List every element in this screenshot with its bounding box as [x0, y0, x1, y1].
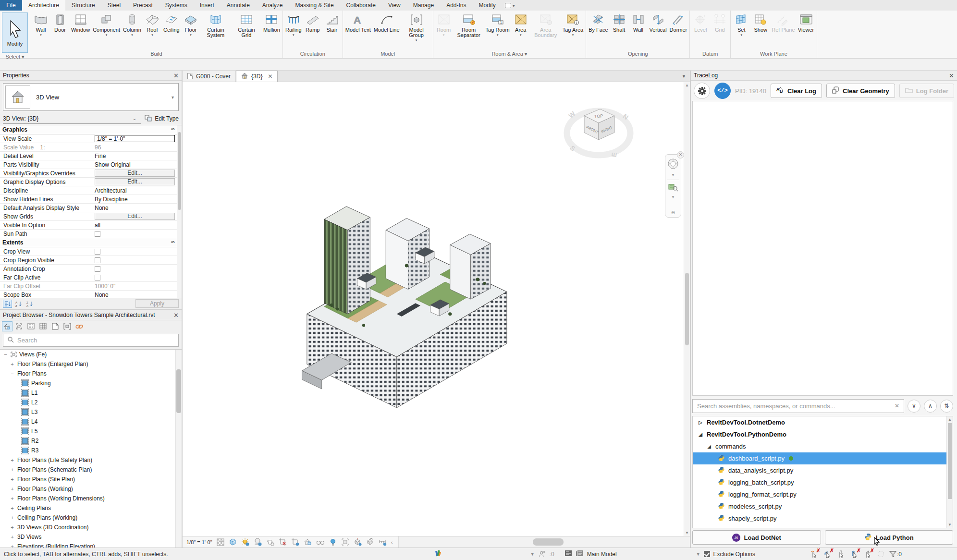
- temporary-properties-icon[interactable]: [329, 538, 337, 547]
- view-scale-input[interactable]: 1/8" = 1'-0": [95, 135, 175, 142]
- sort-az-icon[interactable]: AZ: [14, 300, 23, 308]
- canvas-hscrollbar[interactable]: [398, 536, 690, 548]
- group-label-model[interactable]: Model: [344, 50, 432, 58]
- file-tab[interactable]: File: [0, 0, 22, 11]
- modify-button[interactable]: Modify: [2, 12, 28, 53]
- tree-item[interactable]: −Floor Plans: [0, 369, 182, 378]
- tool-set[interactable]: Set▾: [732, 12, 751, 37]
- property-row[interactable]: View Scale1/8" = 1'-0": [0, 134, 182, 143]
- property-row[interactable]: Scope BoxNone: [0, 291, 182, 298]
- tab-insert[interactable]: Insert: [194, 0, 221, 11]
- close-view-icon[interactable]: ✕: [268, 73, 272, 80]
- tree-item[interactable]: +Floor Plans (Life Safety Plan): [0, 455, 182, 465]
- clear-geometry-button[interactable]: Clear Geometry: [826, 84, 895, 98]
- show-grids-edit-button[interactable]: Edit...: [95, 213, 175, 220]
- property-row[interactable]: Show GridsEdit...: [0, 212, 182, 221]
- tree-item[interactable]: +3D Views (3D Coordination): [0, 523, 182, 532]
- tool-railing[interactable]: Railing▾: [284, 12, 303, 37]
- main-model-label[interactable]: Main Model: [587, 551, 617, 558]
- prev-match-button[interactable]: ∧: [924, 400, 937, 413]
- canvas-vscrollbar[interactable]: ▲ ▼: [684, 82, 690, 536]
- view-tab-3d[interactable]: {3D} ✕: [236, 71, 278, 82]
- navbar-close-icon[interactable]: ✕: [677, 151, 684, 158]
- browser-search-input[interactable]: [17, 337, 174, 344]
- script-item[interactable]: logging_batch_script.py: [693, 476, 953, 488]
- tree-node-commands[interactable]: ◢commands: [693, 440, 953, 452]
- tool-curtain-system[interactable]: Curtain System: [200, 12, 231, 38]
- load-dotnet-button[interactable]: .N Load DotNet: [692, 530, 821, 545]
- select-by-face-icon[interactable]: ✗: [851, 550, 859, 558]
- tracelog-search[interactable]: ✕: [692, 399, 904, 413]
- group-label-opening[interactable]: Opening: [587, 50, 688, 58]
- canvas-vscroll-thumb[interactable]: [685, 273, 689, 345]
- tool-mullion[interactable]: Mullion: [262, 12, 282, 33]
- tool-tag-room[interactable]: 1 Tag Room▾: [484, 12, 511, 37]
- canvas-hscroll-thumb[interactable]: [533, 538, 564, 546]
- select-links-icon[interactable]: ✗: [810, 550, 819, 558]
- tree-item-plan[interactable]: R3: [0, 446, 182, 455]
- controls-collapse-icon[interactable]: ‹: [391, 539, 393, 545]
- search-clear-icon[interactable]: ✕: [895, 402, 899, 409]
- tab-massing-site[interactable]: Massing & Site: [289, 0, 340, 11]
- property-row[interactable]: DisciplineArchitectural: [0, 186, 182, 195]
- options-chevron-icon[interactable]: ▼: [696, 552, 700, 557]
- tree-item[interactable]: +3D Views: [0, 532, 182, 542]
- tool-model-line[interactable]: Model Line: [372, 12, 401, 33]
- graphic-display-edit-button[interactable]: Edit...: [95, 178, 175, 185]
- design-options-icon[interactable]: [576, 550, 584, 558]
- tree-item[interactable]: +Floor Plans (Site Plan): [0, 475, 182, 484]
- sort-default-icon[interactable]: [3, 300, 12, 308]
- tree-node-dotnet[interactable]: ▷RevitDevTool.DotnetDemo: [693, 416, 953, 428]
- tracelog-close-icon[interactable]: ✕: [949, 72, 954, 79]
- viewcube[interactable]: W N S E TOP FRONT RIGHT: [563, 101, 635, 163]
- code-console-button[interactable]: </>: [714, 83, 731, 99]
- view-tab-list-icon[interactable]: ▼: [682, 71, 690, 82]
- property-row[interactable]: Detail LevelFine: [0, 152, 182, 160]
- tree-item[interactable]: +Floor Plans (Enlarged Plan): [0, 359, 182, 369]
- browser-views-icon[interactable]: [14, 321, 25, 331]
- next-match-button[interactable]: ∨: [908, 400, 920, 413]
- tree-node-python[interactable]: ◢RevitDevTool.PythonDemo: [693, 428, 953, 440]
- tab-systems[interactable]: Systems: [159, 0, 194, 11]
- section-graphics[interactable]: Graphics^^: [0, 125, 182, 134]
- tracelog-search-input[interactable]: [697, 402, 892, 410]
- tab-addins[interactable]: Add-Ins: [440, 0, 472, 11]
- script-item[interactable]: data_analysis_script.py: [693, 464, 953, 476]
- tree-scrollbar[interactable]: ▲▼: [946, 416, 953, 528]
- displaced-elements-icon[interactable]: [354, 538, 362, 547]
- tool-column[interactable]: Column▾: [122, 12, 143, 37]
- crop-region-icon[interactable]: [291, 538, 300, 547]
- tool-vertical-opening[interactable]: Vertical: [648, 12, 668, 33]
- property-row[interactable]: Sun Path: [0, 230, 182, 238]
- navbar-chevron-icon[interactable]: ▼: [671, 173, 675, 177]
- group-label-circulation[interactable]: Circulation: [284, 50, 342, 58]
- tree-item[interactable]: +Ceiling Plans (Working): [0, 513, 182, 523]
- tree-item[interactable]: +Floor Plans (Schematic Plan): [0, 465, 182, 475]
- tab-annotate[interactable]: Annotate: [221, 0, 256, 11]
- zoom-chevron-icon[interactable]: ▼: [671, 195, 675, 199]
- crop-region-checkbox[interactable]: [95, 257, 100, 263]
- rotate-view-icon[interactable]: [366, 538, 375, 547]
- tree-item-plan[interactable]: L2: [0, 398, 182, 407]
- properties-close-icon[interactable]: ✕: [173, 72, 179, 79]
- ribbon-display-toggle[interactable]: ▾: [505, 0, 515, 11]
- tool-tag-area[interactable]: 1 Tag Area▾: [561, 12, 585, 37]
- script-item-selected[interactable]: dashboard_script.py: [693, 452, 953, 464]
- tool-component[interactable]: Component▾: [91, 12, 122, 37]
- crop-view-icon[interactable]: [279, 538, 287, 547]
- render-icon[interactable]: [266, 538, 275, 547]
- expand-collapse-button[interactable]: ⇅: [940, 400, 953, 413]
- visual-style-icon[interactable]: [229, 538, 237, 547]
- tree-item-plan[interactable]: Parking: [0, 378, 182, 388]
- tree-item-plan[interactable]: L3: [0, 407, 182, 417]
- group-label-build[interactable]: Build: [31, 50, 282, 58]
- browser-groups-icon[interactable]: [62, 321, 73, 331]
- browser-scrollbar[interactable]: [175, 350, 182, 548]
- selection-filter[interactable]: :0: [889, 551, 902, 558]
- tree-item-plan[interactable]: L1: [0, 388, 182, 398]
- browser-home-icon[interactable]: [2, 321, 12, 331]
- group-label-work-plane[interactable]: Work Plane: [732, 50, 815, 58]
- tool-shaft[interactable]: Shaft: [610, 12, 629, 33]
- section-extents[interactable]: Extents^^: [0, 238, 182, 247]
- settings-gear-button[interactable]: [694, 83, 710, 99]
